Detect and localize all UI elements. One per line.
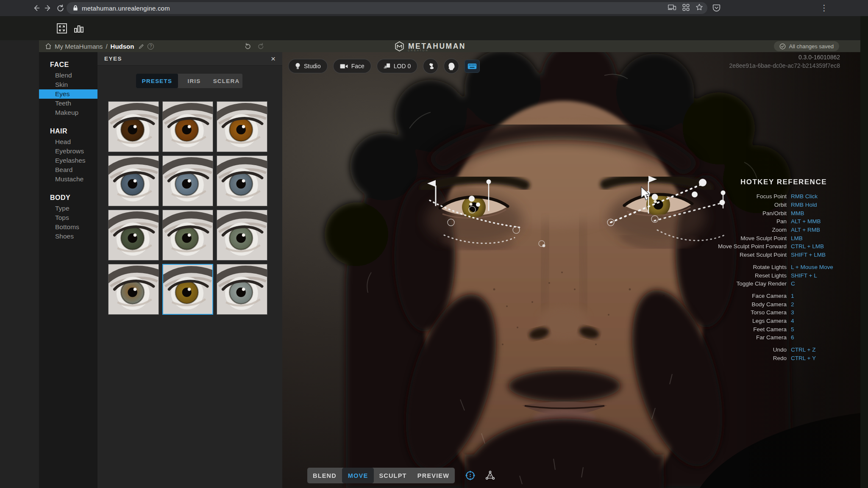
eyes-tabs: PRESETSIRISSCLERA [136,74,242,88]
close-icon[interactable]: × [271,55,275,63]
browser-reload-icon[interactable] [55,3,65,13]
fullscreen-icon[interactable] [56,23,67,36]
focus-target-icon[interactable] [465,470,476,481]
save-status-badge: All changes saved [774,41,839,51]
eye-preset-amber-brown[interactable] [217,101,267,152]
hotkey-value: 6 [791,334,841,341]
check-circle-icon [779,43,786,50]
sidebar-item-teeth[interactable]: Teeth [39,99,97,108]
hotkey-reference-panel: HOTKEY REFERENCE Focus PointRMB ClickOrb… [659,178,841,366]
sidebar-section-face: FACEBlendSkinEyesTeethMakeup [39,61,97,117]
hotkey-value: MMB [791,210,841,216]
hotkey-label: Zoom [659,227,787,233]
pocket-extension-icon[interactable] [712,3,721,14]
hotkey-label: Pan/Orbit [659,210,787,216]
browser-menu-icon[interactable]: ⋮ [820,3,828,14]
redo-icon[interactable] [257,42,265,50]
eye-preset-steel-blue[interactable] [162,155,213,206]
metahuman-logo-icon [394,41,405,52]
sidebar-item-type[interactable]: Type [39,204,97,213]
hotkey-keyboard-icon[interactable] [465,60,480,73]
hotkey-value: CTRL + Z [791,347,841,353]
tab-sclera[interactable]: SCLERA [210,74,242,88]
sidebar-item-blend[interactable]: Blend [39,71,97,80]
sidebar-section-title: BODY [50,194,97,202]
hotkey-value: L + Mouse Move [791,264,841,270]
sidebar-item-head[interactable]: Head [39,137,97,147]
edit-pencil-icon[interactable] [138,43,145,50]
browser-toolbar: metahuman.unrealengine.com ⋮ [0,0,868,16]
eye-preset-slate-blue[interactable] [108,155,159,206]
sidebar-section-body: BODYTypeTopsBottomsShoes [39,194,97,241]
studio-button[interactable]: Studio [288,59,328,73]
sidebar-item-tops[interactable]: Tops [39,213,97,222]
hotkey-row: Focus PointRMB Click [659,192,841,201]
sidebar-item-beard[interactable]: Beard [39,165,97,175]
devices-icon[interactable] [668,4,676,12]
hotkey-label: Pan [659,218,787,225]
hotkey-label: Reset Lights [659,272,787,279]
help-icon[interactable]: ? [147,43,154,50]
home-icon[interactable] [45,43,52,50]
mode-blend[interactable]: BLEND [307,468,342,483]
mode-sculpt[interactable]: SCULPT [374,468,412,483]
stats-bars-icon[interactable] [73,23,84,36]
hotkey-label: Orbit [659,202,787,208]
tab-iris[interactable]: IRIS [178,74,210,88]
clay-bone-icon[interactable] [423,58,438,74]
hotkey-value: 5 [791,326,841,333]
tab-presets[interactable]: PRESETS [136,74,178,88]
sidebar-item-bottoms[interactable]: Bottoms [39,222,97,232]
hotkey-value: 4 [791,318,841,324]
eye-preset-gray-green[interactable] [217,210,267,261]
mode-preview[interactable]: PREVIEW [412,468,455,483]
face-camera-button[interactable]: Face [333,59,371,73]
mode-move[interactable]: MOVE [342,468,374,483]
eye-preset-brown[interactable] [162,101,213,152]
browser-back-icon[interactable] [31,3,41,13]
address-bar[interactable]: metahuman.unrealengine.com [67,2,707,14]
sidebar-item-skin[interactable]: Skin [39,80,97,89]
browser-forward-icon[interactable] [43,3,53,13]
breadcrumb-root[interactable]: My MetaHumans [55,43,103,50]
page-top-strip [0,16,868,40]
hotkey-label: Move Sculpt Point Forward [659,243,787,250]
eye-preset-hazel-gray[interactable] [108,264,159,315]
eye-preset-light-gray[interactable] [217,264,267,315]
hotkey-group: Face Camera1Body Camera2Torso Camera3Leg… [659,292,841,342]
eye-preset-gray-blue[interactable] [217,155,267,206]
lod-button[interactable]: LOD 0 [377,59,417,73]
undo-icon[interactable] [244,42,251,50]
hotkey-row: UndoCTRL + Z [659,346,841,354]
3d-viewport[interactable]: 0.3.0-16010862 2e8ee91a-6bae-dc0e-ac72-b… [282,52,860,488]
hotkey-value: C [791,280,841,287]
eyes-panel: EYES × PRESETSIRISSCLERA [97,52,282,488]
head-silhouette-icon[interactable] [444,58,459,74]
hotkey-row: Reset Sculpt PointSHIFT + LMB [659,251,841,259]
eye-preset-dark-green[interactable] [108,210,159,261]
sidebar-item-eyes[interactable]: Eyes [39,89,97,99]
hotkey-value: SHIFT + LMB [791,252,841,258]
transform-gizmo-icon[interactable] [485,470,495,481]
app-header: My MetaHumans / Hudson ? METAHUMAN CREAT… [39,40,860,52]
extensions-icon[interactable] [682,4,690,13]
save-status-text: All changes saved [789,43,834,50]
sidebar-item-makeup[interactable]: Makeup [39,108,97,117]
sidebar-item-eyebrows[interactable]: Eyebrows [39,147,97,156]
hotkey-group: Rotate LightsL + Mouse MoveReset LightsS… [659,263,841,288]
studio-light-icon [295,63,300,70]
hotkey-value: CTRL + Y [791,355,841,361]
hotkey-label: Rotate Lights [659,264,787,270]
hotkey-group: UndoCTRL + ZRedoCTRL + Y [659,346,841,362]
right-edge-strip [860,16,868,488]
sidebar-item-eyelashes[interactable]: Eyelashes [39,156,97,165]
eye-preset-hazel-gold[interactable] [162,264,213,315]
hotkey-row: Feet Camera5 [659,325,841,333]
sidebar-item-shoes[interactable]: Shoes [39,232,97,241]
bookmark-star-icon[interactable] [696,3,703,13]
sidebar-item-mustache[interactable]: Mustache [39,175,97,184]
eye-preset-olive-green[interactable] [162,210,213,261]
hotkey-row: RedoCTRL + Y [659,354,841,362]
eye-preset-dark-brown[interactable] [108,101,159,152]
mode-toolbar: BLENDMOVESCULPTPREVIEW [307,468,495,483]
